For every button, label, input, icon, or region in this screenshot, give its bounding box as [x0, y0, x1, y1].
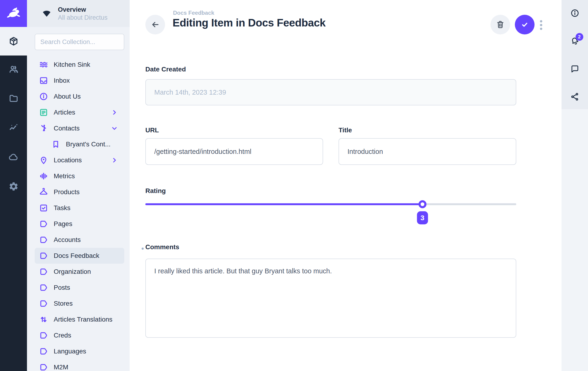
chevron-right-icon[interactable] — [111, 109, 118, 116]
delete-button[interactable] — [491, 15, 510, 34]
sidebar-item-metrics[interactable]: Metrics — [27, 168, 130, 184]
sidebar-item-languages[interactable]: Languages — [27, 343, 130, 359]
folder-icon[interactable] — [9, 93, 19, 104]
search-input[interactable] — [35, 34, 124, 50]
comments-panel-icon[interactable] — [570, 64, 579, 74]
sidebar-item-stores[interactable]: Stores — [27, 296, 130, 311]
label-icon — [39, 347, 48, 356]
sidebar-item-label: Locations — [54, 156, 82, 164]
field-label-rating: Rating — [145, 187, 166, 195]
label-icon — [39, 251, 48, 261]
module-bar — [0, 0, 27, 371]
notifications-bell-icon[interactable]: 2 — [570, 36, 579, 46]
rating-knob[interactable] — [419, 200, 426, 208]
main-content: Docs Feedback Editing Item in Docs Feedb… — [130, 0, 562, 371]
sidebar-item-label: Bryant's Cont... — [66, 140, 111, 148]
sidebar-item-docs-feedback[interactable]: Docs Feedback — [35, 248, 124, 264]
module-content-button[interactable] — [0, 27, 27, 56]
box-icon — [9, 36, 19, 46]
nav-overview-header[interactable]: Overview All about Directus — [27, 0, 130, 27]
sidebar-item-products[interactable]: Products — [27, 184, 130, 200]
inbox-icon — [39, 76, 48, 85]
title-input[interactable] — [338, 138, 516, 165]
sidebar-item-bryants-contacts[interactable]: Bryant's Cont... — [27, 136, 130, 152]
cloud-icon[interactable] — [9, 152, 19, 162]
sidebar-item-label: Contacts — [54, 125, 80, 132]
label-icon — [39, 235, 48, 244]
sidebar-item-creds[interactable]: Creds — [27, 327, 130, 343]
field-label-date-created: Date Created — [145, 66, 186, 73]
collection-list: Kitchen Sink Inbox — [27, 57, 130, 371]
page-title: Editing Item in Docs Feedback — [173, 16, 326, 29]
share-icon[interactable] — [570, 92, 579, 101]
sidebar-item-label: Accounts — [54, 236, 81, 244]
bookmark-icon — [51, 140, 61, 149]
sidebar-item-organization[interactable]: Organization — [27, 264, 130, 280]
sidebar-item-tasks[interactable]: Tasks — [27, 200, 130, 216]
hanger-icon — [39, 187, 48, 197]
info-icon[interactable] — [570, 9, 579, 18]
sidebar-item-label: Organization — [54, 268, 91, 275]
equalizer-icon — [39, 171, 48, 181]
sidebar-item-label: Inbox — [54, 77, 70, 84]
chevron-right-icon[interactable] — [111, 157, 118, 164]
sidebar-item-label: About Us — [54, 93, 81, 100]
sidebar-item-label: Kitchen Sink — [54, 61, 90, 68]
label-icon — [39, 267, 48, 276]
rating-value: 3 — [420, 214, 424, 222]
sidebar-item-inbox[interactable]: Inbox — [27, 73, 130, 89]
sidebar-item-label: Languages — [54, 348, 86, 355]
comments-textarea[interactable]: I really liked this article. But that gu… — [145, 259, 516, 338]
sidebar-item-accounts[interactable]: Accounts — [27, 232, 130, 248]
sidebar-item-about-us[interactable]: About Us — [27, 89, 130, 104]
map-pin-icon — [39, 156, 48, 165]
sidebar-item-pages[interactable]: Pages — [27, 216, 130, 232]
rating-slider[interactable]: 3 — [145, 203, 516, 205]
fan-icon — [41, 9, 52, 18]
swap-vertical-icon — [39, 315, 48, 324]
sidebar-item-label: Pages — [54, 220, 72, 228]
sidebar-item-articles-translations[interactable]: Articles Translations — [27, 311, 130, 327]
nav-subtitle: All about Directus — [58, 14, 108, 21]
sidebar-item-locations[interactable]: Locations — [27, 152, 130, 168]
rabbit-logo-icon — [6, 7, 21, 20]
nav-header-text: Overview All about Directus — [58, 6, 108, 21]
sidebar-item-label: Stores — [54, 300, 73, 307]
sidebar-item-kitchen-sink[interactable]: Kitchen Sink — [27, 57, 130, 73]
right-sidebar: 2 — [562, 0, 588, 371]
notification-count-badge: 2 — [576, 33, 583, 41]
right-sidebar-icon-list: 2 — [562, 0, 588, 109]
sidebar-item-m2m[interactable]: M2M — [27, 359, 130, 371]
back-button[interactable] — [145, 15, 165, 34]
project-logo-button[interactable] — [0, 0, 27, 27]
label-icon — [39, 331, 48, 340]
save-button[interactable] — [515, 15, 535, 34]
sidebar-item-articles[interactable]: Articles — [27, 104, 130, 120]
person-waving-icon — [39, 124, 48, 133]
rating-track[interactable] — [145, 203, 516, 205]
field-label-comments: Comments — [145, 243, 179, 251]
sidebar-item-label: Products — [54, 188, 80, 196]
url-input[interactable] — [145, 138, 323, 165]
more-options-button[interactable] — [539, 20, 543, 30]
chevron-down-icon[interactable] — [111, 125, 118, 132]
users-icon[interactable] — [9, 64, 19, 74]
insights-icon[interactable] — [9, 123, 19, 133]
sidebar-item-posts[interactable]: Posts — [27, 280, 130, 296]
waves-icon — [39, 60, 48, 69]
app-window: Overview All about Directus Kitchen Sink — [0, 0, 588, 371]
info-icon — [39, 92, 48, 101]
rating-fill — [145, 203, 422, 205]
date-created-input[interactable] — [145, 79, 516, 105]
breadcrumb[interactable]: Docs Feedback — [173, 10, 214, 16]
nav-title: Overview — [58, 6, 108, 14]
rating-badge: 3 — [417, 211, 428, 224]
label-icon — [39, 299, 48, 308]
checkbox-icon — [39, 203, 48, 213]
label-icon — [39, 362, 48, 371]
sidebar-item-contacts[interactable]: Contacts — [27, 120, 130, 136]
field-label-url: URL — [145, 127, 159, 134]
gear-icon[interactable] — [9, 181, 19, 191]
sidebar-item-label: Posts — [54, 284, 70, 291]
sidebar-item-label: M2M — [54, 363, 68, 371]
